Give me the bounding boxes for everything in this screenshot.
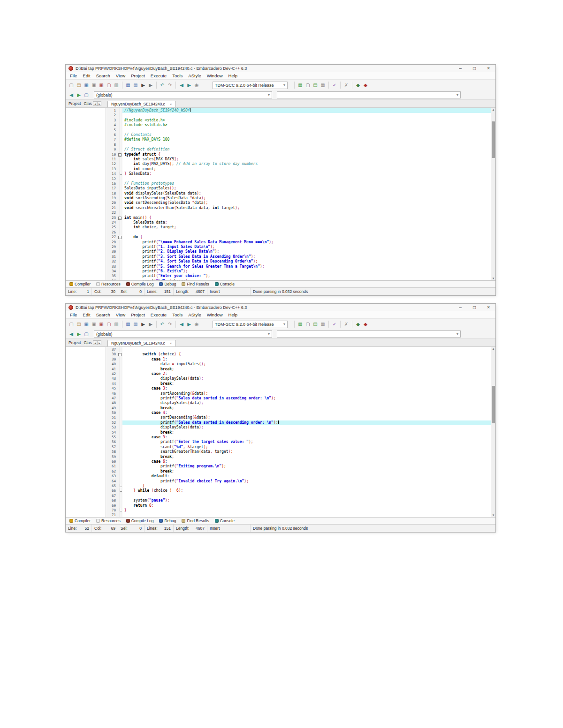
abort-compile-icon[interactable]: ✗	[343, 321, 350, 328]
compile-run-icon[interactable]: ▶	[147, 82, 154, 89]
code-text[interactable]: default:	[122, 474, 491, 479]
bottom-tab-find-results[interactable]: Find Results	[179, 518, 211, 524]
code-text[interactable]: return 0;	[122, 503, 491, 508]
menu-item-file[interactable]: File	[68, 73, 79, 79]
code-text[interactable]: break;	[122, 367, 491, 372]
code-text[interactable]: printf("4. Sort Sales Data in Descending…	[122, 259, 491, 264]
code-text[interactable]: displaySales(data);	[122, 401, 491, 405]
compile-current-icon[interactable]: ▦	[132, 82, 139, 89]
shortcuts-icon[interactable]: ▦	[320, 82, 326, 89]
scroll-up-icon[interactable]: ▲	[491, 108, 495, 112]
profile-icon[interactable]: ◉	[193, 321, 200, 328]
code-text[interactable]	[122, 513, 491, 517]
shortcuts-icon[interactable]: ▦	[320, 321, 326, 328]
code-text[interactable]	[122, 176, 491, 181]
code-text[interactable]: int choice, target;	[122, 225, 491, 230]
bottom-tab-resources[interactable]: Resources	[94, 518, 123, 524]
run-icon[interactable]: ▶	[140, 82, 146, 89]
code-text[interactable]: printf("Enter your choice: ");	[122, 274, 491, 278]
code-text[interactable]: int main() {	[122, 216, 491, 220]
close-button[interactable]: ×	[487, 305, 490, 310]
jump-back-icon[interactable]: ◀	[68, 331, 75, 338]
menu-item-search[interactable]: Search	[94, 73, 113, 79]
code-text[interactable]: switch (choice) {	[122, 352, 491, 357]
new-file-icon[interactable]: ▢	[68, 321, 75, 328]
code-text[interactable]: scanf("%d", &choice);	[122, 279, 491, 280]
code-text[interactable]: void displaySales(SalesData data);	[122, 191, 491, 196]
bottom-tab-compile-log[interactable]: Compile Log	[124, 281, 156, 287]
save-icon[interactable]: ▣	[83, 82, 90, 89]
package-manager-icon[interactable]: ◆	[355, 321, 361, 328]
bottom-tab-debug[interactable]: Debug	[157, 281, 178, 287]
menu-item-project[interactable]: Project	[129, 312, 147, 318]
code-text[interactable]: void sortDescending(SalesData *data);	[122, 201, 491, 205]
editor-tab[interactable]: NguyenDuyBach_SE194240.c ×	[107, 101, 176, 107]
code-text[interactable]: sortAscending(&data);	[122, 391, 491, 396]
code-text[interactable]: break;	[122, 469, 491, 474]
editor-tab[interactable]: NguyenDuyBach_SE194240.c ×	[107, 340, 176, 346]
code-text[interactable]: void searchGreaterThan(SalesData data, i…	[122, 206, 491, 210]
goto-back-icon[interactable]: ◀	[178, 321, 185, 328]
open-file-icon[interactable]: ▤	[76, 82, 82, 89]
code-text[interactable]: SalesData data;	[122, 220, 491, 225]
code-text[interactable]: int day[MAX_DAYS]; // Add an array to st…	[122, 162, 491, 166]
code-text[interactable]: case 3:	[122, 386, 491, 391]
bottom-tab-compile-log[interactable]: Compile Log	[124, 518, 156, 524]
bottom-tab-console[interactable]: Console	[213, 518, 237, 524]
floating-report-icon[interactable]: ▤	[312, 321, 319, 328]
menu-item-view[interactable]: View	[114, 73, 128, 79]
menu-item-project[interactable]: Project	[129, 73, 147, 79]
bottom-tab-console[interactable]: Console	[213, 281, 237, 287]
code-text[interactable]: do {	[122, 235, 491, 240]
minimize-button[interactable]: –	[459, 305, 462, 310]
project-panel[interactable]	[66, 347, 106, 517]
help-icon[interactable]: ◆	[362, 82, 369, 89]
panel-tab-clas[interactable]: Clas	[82, 340, 93, 345]
code-text[interactable]: data = inputSales();	[122, 362, 491, 367]
menu-item-window[interactable]: Window	[205, 312, 225, 318]
abort-compile-icon[interactable]: ✗	[343, 82, 350, 89]
tab-scroll-left-icon[interactable]: ◂	[93, 101, 97, 106]
code-text[interactable]: int count;	[122, 167, 491, 172]
menu-item-tools[interactable]: Tools	[170, 73, 185, 79]
bottom-tab-find-results[interactable]: Find Results	[179, 281, 211, 287]
scrollbar-thumb[interactable]	[492, 121, 495, 158]
scroll-down-icon[interactable]: ▼	[491, 513, 495, 517]
menu-item-astyle[interactable]: AStyle	[186, 73, 203, 79]
save-all-icon[interactable]: ▣	[98, 321, 105, 328]
code-text[interactable]: printf("2. Display Sales Data\n");	[122, 249, 491, 254]
goto-back-icon[interactable]: ◀	[178, 82, 185, 89]
print-icon[interactable]: ▥	[113, 321, 120, 328]
menu-item-help[interactable]: Help	[226, 312, 240, 318]
print-icon[interactable]: ▥	[113, 82, 120, 89]
code-text[interactable]: searchGreaterThan(data, target);	[122, 450, 491, 454]
vertical-scrollbar[interactable]: ▲ ▼	[491, 347, 495, 517]
code-text[interactable]: } SalesData;	[122, 172, 491, 176]
project-manager-icon[interactable]: ▦	[297, 82, 304, 89]
code-text[interactable]: printf("Sales data sorted in descending …	[122, 420, 491, 425]
syntax-check-icon[interactable]: ✓	[331, 82, 338, 89]
fold-collapse-icon[interactable]: -	[118, 153, 122, 157]
code-text[interactable]: }	[122, 484, 491, 488]
undo-icon[interactable]: ↶	[159, 321, 166, 328]
redo-icon[interactable]: ↷	[167, 321, 173, 328]
menu-item-file[interactable]: File	[68, 312, 79, 318]
code-text[interactable]: break;	[122, 406, 491, 411]
goto-forward-icon[interactable]: ▶	[186, 321, 192, 328]
code-text[interactable]: break;	[122, 430, 491, 435]
menu-item-execute[interactable]: Execute	[148, 73, 169, 79]
profile-icon[interactable]: ◉	[193, 82, 200, 89]
undo-icon[interactable]: ↶	[159, 82, 166, 89]
code-text[interactable]: case 4:	[122, 411, 491, 415]
report-window-icon[interactable]: ▢	[304, 321, 311, 328]
compiler-profile-select[interactable]: TDM-GCC 9.2.0 64-bit Release ▾	[213, 321, 288, 328]
code-text[interactable]: printf("6. Exit\n");	[122, 269, 491, 274]
code-text[interactable]: // Constants	[122, 133, 491, 137]
help-icon[interactable]: ◆	[362, 321, 369, 328]
vertical-scrollbar[interactable]: ▲ ▼	[491, 108, 495, 280]
tab-scroll-right-icon[interactable]: ▸	[97, 340, 101, 345]
code-text[interactable]: printf("5. Search for Sales Greater Than…	[122, 264, 491, 269]
run-icon[interactable]: ▶	[140, 321, 146, 328]
compile-icon[interactable]: ▦	[125, 321, 131, 328]
code-text[interactable]: int sales[MAX_DAYS];	[122, 157, 491, 162]
